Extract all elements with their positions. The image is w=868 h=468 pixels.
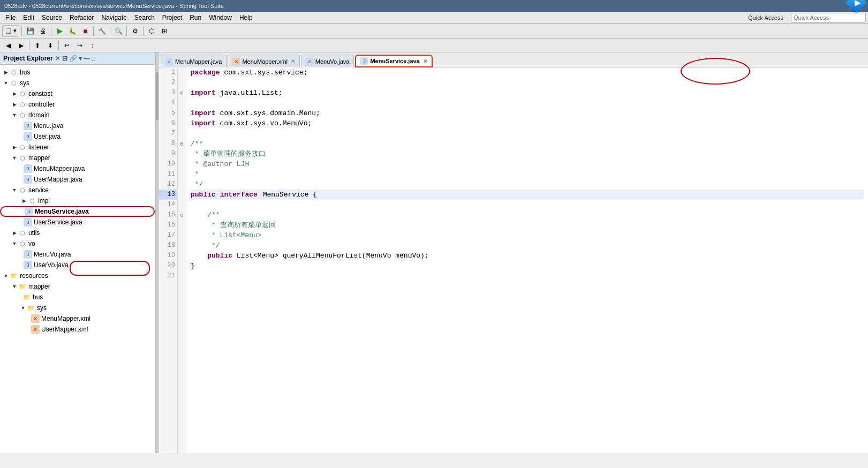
tab-menuvo-java[interactable]: J MenuVo.java <box>301 55 354 67</box>
tree-item-listener[interactable]: ▶ ⬡ listener <box>0 142 155 153</box>
tb-print[interactable]: 🖨 <box>37 25 49 37</box>
code-line-2 <box>191 78 864 88</box>
arrow-sys-res[interactable]: ▼ <box>19 304 27 312</box>
gc-3[interactable]: ⊕ <box>178 88 186 98</box>
tb-save[interactable]: 💾 <box>24 25 36 37</box>
arrow-mapper-res[interactable]: ▼ <box>11 283 18 290</box>
pe-link[interactable]: 🔗 <box>69 55 77 62</box>
tree-item-domain[interactable]: ▼ ⬡ domain <box>0 110 155 120</box>
tb-back[interactable]: ◀ <box>2 40 14 51</box>
tb-settings[interactable]: ⚙ <box>129 25 141 37</box>
tb-up[interactable]: ⬆ <box>32 40 43 51</box>
arrow-utils[interactable]: ▶ <box>11 229 18 237</box>
tree-item-constast[interactable]: ▶ ⬡ constast <box>0 88 155 99</box>
arrow-impl[interactable]: ▶ <box>20 197 28 205</box>
menu-help[interactable]: Help <box>236 13 256 22</box>
tree-item-controller[interactable]: ▶ ⬡ controller <box>0 99 155 110</box>
menu-search[interactable]: Search <box>131 13 158 22</box>
token-cm-18: */ <box>191 240 220 251</box>
tree-item-vo[interactable]: ▼ ⬡ vo <box>0 238 155 249</box>
toolbar-1: 📋▾ 💾 🖨 ▶ 🐛 ■ 🔨 🔍 ⚙ ⬡ ⊞ <box>0 24 868 39</box>
arrow-resources[interactable]: ▼ <box>2 272 10 280</box>
tb-nav-4[interactable]: ↪ <box>74 40 86 51</box>
code-line-16: * 查询所有菜单返回 <box>191 220 864 230</box>
tree-item-menumapper-java[interactable]: J MenuMapper.java <box>0 163 155 174</box>
menu-refactor[interactable]: Refactor <box>66 13 97 22</box>
v-splitter[interactable] <box>155 52 158 453</box>
tb-down[interactable]: ⬇ <box>44 40 56 51</box>
tab-menumapper-java[interactable]: J MenuMapper.java <box>161 55 227 67</box>
tree-item-menu-java[interactable]: J Menu.java <box>0 120 155 131</box>
code-content[interactable]: package com.sxt.sys.service; import java… <box>186 67 868 453</box>
token-cm-17: * List<Menu> <box>191 230 262 240</box>
arrow-sys[interactable]: ▼ <box>2 79 10 87</box>
tree-item-resources[interactable]: ▼ 📁 resources <box>0 270 155 281</box>
arrow-service[interactable]: ▼ <box>11 186 18 194</box>
pe-menu[interactable]: ▾ <box>79 55 82 62</box>
menu-project[interactable]: Project <box>159 13 185 22</box>
gc-8[interactable]: ⊖ <box>178 139 186 149</box>
label-sys: sys <box>20 79 29 87</box>
tb-nav-3[interactable]: ↩ <box>61 40 73 51</box>
tree-item-menuservice-java[interactable]: J MenuService.java <box>0 206 155 217</box>
arrow-constast[interactable]: ▶ <box>11 90 18 97</box>
tree-item-uservo-java[interactable]: J UserVo.java <box>0 260 155 270</box>
quick-access-label: Quick Access <box>745 13 787 22</box>
gc-15[interactable]: ⊖ <box>178 210 186 220</box>
tab-menumapper-xml[interactable]: X MenuMapper.xml ✕ <box>228 55 299 67</box>
arrow-domain[interactable]: ▼ <box>11 111 18 119</box>
arrow-vo[interactable]: ▼ <box>11 240 18 247</box>
tb-forward[interactable]: ▶ <box>15 40 27 51</box>
tree-item-impl[interactable]: ▶ ⬡ impl <box>0 195 155 206</box>
tree-item-usermapper-java[interactable]: J UserMapper.java <box>0 174 155 185</box>
tree-item-menumapper-xml[interactable]: X MenuMapper.xml <box>0 313 155 324</box>
menu-edit[interactable]: Edit <box>20 13 37 22</box>
pe-min[interactable]: — <box>84 55 90 62</box>
arrow-mapper[interactable]: ▼ <box>11 154 18 162</box>
pe-max[interactable]: □ <box>92 55 95 62</box>
code-editor[interactable]: 1 2 3 4 5 6 7 8 9 10 11 12 13 14 15 16 1 <box>158 67 868 453</box>
menu-window[interactable]: Window <box>206 13 235 22</box>
tree-item-mapper[interactable]: ▼ ⬡ mapper <box>0 153 155 163</box>
gc-14 <box>178 200 186 210</box>
tree-item-menuvo-java[interactable]: J MenuVo.java <box>0 249 155 260</box>
tb-open-perspective[interactable]: ⊞ <box>158 25 170 37</box>
tb-build[interactable]: 🔨 <box>96 25 108 37</box>
tab-menuservice-java[interactable]: J MenuService.java ✕ <box>355 55 432 67</box>
pe-collapse-all[interactable]: ⊟ <box>62 55 67 62</box>
sep-8 <box>58 41 59 50</box>
gc-11 <box>178 169 186 179</box>
menu-run[interactable]: Run <box>186 13 205 22</box>
tree-item-utils[interactable]: ▶ ⬡ utils <box>0 228 155 238</box>
icon-bus-res: 📁 <box>22 293 31 301</box>
toolbar-dropdown-1[interactable]: 📋▾ <box>2 25 19 37</box>
tb-perspective[interactable]: ⬡ <box>146 25 157 37</box>
tb-debug[interactable]: 🐛 <box>66 25 78 37</box>
menu-file[interactable]: File <box>2 13 19 22</box>
tree-item-userservice-java[interactable]: J UserService.java <box>0 217 155 228</box>
arrow-listener[interactable]: ▶ <box>11 144 18 151</box>
arrow-controller[interactable]: ▶ <box>11 101 18 108</box>
tree-item-bus-res[interactable]: 📁 bus <box>0 292 155 303</box>
tree-item-sys-res[interactable]: ▼ 📁 sys <box>0 303 155 313</box>
pe-header: Project Explorer ✕ ⊟ 🔗 ▾ — □ <box>0 52 155 65</box>
menu-navigate[interactable]: Navigate <box>98 13 130 22</box>
tb-search[interactable]: 🔍 <box>112 25 124 37</box>
ln-13: 13 <box>158 190 177 200</box>
tb-stop[interactable]: ■ <box>79 25 91 37</box>
gc-20 <box>178 261 186 271</box>
tab-close-menumapper-xml[interactable]: ✕ <box>291 58 295 64</box>
tree-item-bus[interactable]: ▶ ⬡ bus <box>0 67 155 78</box>
label-impl: impl <box>38 197 50 205</box>
tab-close-menuservice-java[interactable]: ✕ <box>423 58 427 64</box>
tree-item-user-java[interactable]: J User.java <box>0 131 155 142</box>
tree-item-usermapper-xml[interactable]: X UserMapper.xml <box>0 324 155 335</box>
code-line-14 <box>191 200 864 210</box>
arrow-bus[interactable]: ▶ <box>2 69 10 76</box>
tree-item-sys[interactable]: ▼ ⬡ sys <box>0 78 155 88</box>
tree-item-service[interactable]: ▼ ⬡ service <box>0 185 155 195</box>
tb-run[interactable]: ▶ <box>54 25 65 37</box>
tree-item-mapper-res[interactable]: ▼ 📁 mapper <box>0 281 155 292</box>
menu-source[interactable]: Source <box>39 13 65 22</box>
tb-nav-5[interactable]: ↕ <box>87 40 99 51</box>
